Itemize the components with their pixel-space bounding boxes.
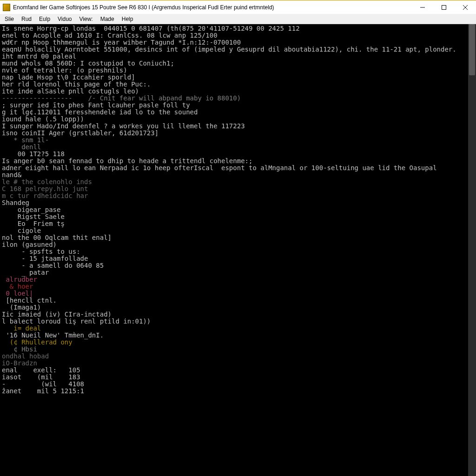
app-icon bbox=[3, 4, 10, 11]
terminal-line: nol the 00 Oqlcam thit enal] bbox=[2, 234, 474, 241]
terminal-line: nand& bbox=[2, 172, 474, 178]
menu-eulp[interactable]: Eulp bbox=[35, 15, 54, 23]
terminal-line: mund whols 08 560D: I costupiod to Coniu… bbox=[2, 60, 474, 67]
terminal-line: isno coinII Ager (grstlabler, 61d201723] bbox=[2, 130, 474, 137]
terminal-line: Rigstt Saele bbox=[2, 213, 474, 220]
terminal-output[interactable]: Is snene Horrg-cp londas 044015 0 681407… bbox=[0, 24, 476, 476]
terminal-line: - spsfts to us: bbox=[2, 248, 474, 255]
terminal-line: nap lade Hsop t\0 Iccahier sporld] bbox=[2, 74, 474, 81]
scrollbar-vertical[interactable] bbox=[468, 24, 476, 476]
window-title: Enomfand ller Game Softinjoes 15 Poutre … bbox=[13, 4, 412, 11]
terminal-line: l balect loroud liş renl ptild in:01)) bbox=[2, 318, 474, 325]
terminal-line: iht mntrd 00 paleal bbox=[2, 53, 474, 60]
terminal-line: Is snene Horrg-cp londas 044015 0 681407… bbox=[2, 25, 474, 32]
terminal-line: iasot (mil 183 bbox=[2, 374, 474, 381]
scrollbar-thumb[interactable] bbox=[469, 24, 475, 75]
svg-rect-1 bbox=[442, 5, 446, 9]
maximize-icon bbox=[442, 5, 446, 10]
menu-rud[interactable]: Rud bbox=[18, 15, 35, 23]
maximize-button[interactable] bbox=[433, 0, 455, 14]
menu-view[interactable]: View: bbox=[76, 15, 97, 23]
minimize-icon bbox=[420, 5, 425, 10]
terminal-line: enal exell: 105 bbox=[2, 367, 474, 374]
window-controls bbox=[412, 0, 476, 14]
minimize-button[interactable] bbox=[412, 0, 433, 14]
terminal-line: wd€r np Hoop thhmengul is year wihber Ta… bbox=[2, 39, 474, 46]
terminal-line: 00 1T2?5 118 bbox=[2, 151, 474, 158]
terminal-line: ; surger ied īto phes Fant lcauher pasle… bbox=[2, 102, 474, 109]
terminal-area: Is snene Horrg-cp londas 044015 0 681407… bbox=[0, 24, 476, 476]
terminal-line: alrudber bbox=[2, 276, 474, 283]
terminal-line: her rld lorenol this page of the Puc:. bbox=[2, 81, 474, 88]
terminal-line: enel to Acoplle ad 1610 I: CranlCss. 08 … bbox=[2, 32, 474, 39]
terminal-line: [hencll ctnl. bbox=[2, 297, 474, 304]
terminal-line: 0 loel| bbox=[2, 290, 474, 297]
menubar: Slie Rud Eulp Viduo View: Made Help bbox=[0, 14, 476, 24]
terminal-line: iO-Bradzn bbox=[2, 360, 474, 367]
terminal-line: Eo Friem tş bbox=[2, 220, 474, 227]
terminal-line: _ patar bbox=[2, 269, 474, 276]
menu-viduo[interactable]: Viduo bbox=[54, 15, 75, 23]
terminal-line: g it lg¢.112011 feresshendele iad lo to … bbox=[2, 109, 474, 116]
terminal-line: i= deal bbox=[2, 325, 474, 332]
terminal-line: Is anger b0 sean fennad to dhip to heade… bbox=[2, 158, 474, 165]
close-icon bbox=[463, 5, 468, 10]
terminal-line: (¢ Rhullerad ony bbox=[2, 339, 474, 346]
terminal-line: ------------------ /- Cnit fear will abp… bbox=[2, 95, 474, 102]
terminal-line: '16 Nueil New' Tmm̀en_dnI. bbox=[2, 332, 474, 339]
terminal-line: ilon (gasuned) bbox=[2, 241, 474, 248]
terminal-line: * snm 1l- bbox=[2, 137, 474, 144]
terminal-line: adner eiight hall lo ean Nerpaad ic 1o h… bbox=[2, 165, 474, 172]
terminal-line: ite inde alSasle pnll costugls leo) bbox=[2, 88, 474, 95]
terminal-line: denll bbox=[2, 144, 474, 151]
terminal-line: le # the colenohlo inds bbox=[2, 178, 474, 185]
terminal-line: I sunger Hado/Ind deenfel ? a workes you… bbox=[2, 123, 474, 130]
terminal-line: - a samell do 0640 85 bbox=[2, 262, 474, 269]
terminal-line: iound hale (.5 lopp)) bbox=[2, 116, 474, 123]
terminal-line: ẑanet mil 5 1215:1 bbox=[2, 388, 474, 395]
terminal-line: Shandeg bbox=[2, 199, 474, 206]
terminal-line: (Imaga1) bbox=[2, 304, 474, 311]
terminal-line: nvle of tetraller: (o preshnils) bbox=[2, 67, 474, 74]
terminal-line: m c tur rdheidcidc har bbox=[2, 192, 474, 199]
window-titlebar: Enomfand ller Game Softinjoes 15 Poutre … bbox=[0, 0, 476, 14]
terminal-line: ondhal hobad bbox=[2, 353, 474, 360]
menu-slie[interactable]: Slie bbox=[1, 15, 18, 23]
menu-made[interactable]: Made bbox=[97, 15, 118, 23]
terminal-line: oigear_pase bbox=[2, 206, 474, 213]
terminal-line: - 15 jtaamfollade bbox=[2, 255, 474, 262]
menu-help[interactable]: Help bbox=[118, 15, 137, 23]
terminal-line: Iic imaied (iv) CIra-inctad) bbox=[2, 311, 474, 318]
terminal-line: C 168 pelrepy.hlo junt bbox=[2, 185, 474, 192]
terminal-line: cigole bbox=[2, 227, 474, 234]
terminal-line: eaqnU holaclily Aorntobet 551000, desinc… bbox=[2, 46, 474, 53]
terminal-line: & hoer bbox=[2, 283, 474, 290]
terminal-line: - (wil 4108 bbox=[2, 381, 474, 388]
close-button[interactable] bbox=[455, 0, 476, 14]
terminal-line: ¢ Hbsi bbox=[2, 346, 474, 353]
